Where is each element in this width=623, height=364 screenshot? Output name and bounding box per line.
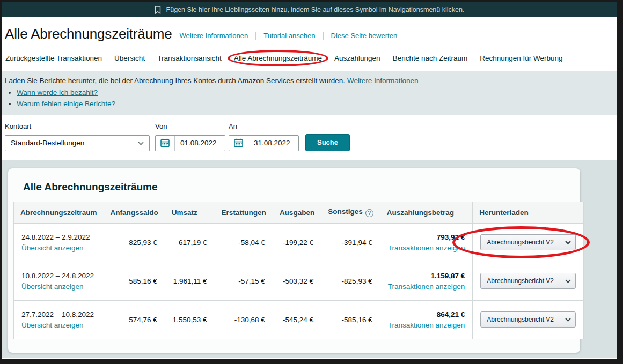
settlement-report-button[interactable]: Abrechnungsbericht V2 xyxy=(480,273,576,289)
intro-more-info-link[interactable]: Weitere Informationen xyxy=(347,77,419,85)
tab-all-settlement-periods[interactable]: Alle Abrechnungszeiträume xyxy=(234,54,322,62)
date-from-field: Von 01.08.2022 xyxy=(155,122,225,151)
date-from-label: Von xyxy=(155,122,225,130)
tab-transaction-view[interactable]: Transaktionsansicht xyxy=(157,54,222,62)
col-settlement-period: Abrechnungszeitraum xyxy=(14,202,104,223)
col-download: Herunterladen xyxy=(473,202,584,223)
sales-cell: 1.550,53 € xyxy=(165,300,215,339)
col-other-label: Sonstiges xyxy=(328,207,363,216)
search-button[interactable]: Suche xyxy=(305,134,350,151)
date-to-input[interactable]: 31.08.2022 xyxy=(248,136,298,151)
calendar-icon[interactable] xyxy=(156,136,175,151)
page-header: Alle Abrechnungszeiträume Weitere Inform… xyxy=(2,17,617,42)
link-separator xyxy=(255,32,256,40)
settlement-periods-table: Abrechnungszeitraum Anfangssaldo Umsatz … xyxy=(13,202,584,339)
date-from-group: 01.08.2022 xyxy=(155,135,225,151)
show-overview-link[interactable]: Übersicht anzeigen xyxy=(21,244,84,252)
payout-cell: 793,92 € Transaktionen anzeigen xyxy=(380,223,473,262)
col-other: Sonstiges? xyxy=(321,202,380,223)
missing-reports-link[interactable]: Warum fehlen einige Berichte? xyxy=(17,100,115,108)
col-sales: Umsatz xyxy=(165,202,215,223)
table-header-row: Abrechnungszeitraum Anfangssaldo Umsatz … xyxy=(14,202,584,223)
list-item: Warum fehlen einige Berichte? xyxy=(17,99,614,109)
expenses-cell: -545,24 € xyxy=(273,300,321,339)
tab-deferred-transactions[interactable]: Zurückgestellte Transaktionen xyxy=(5,54,102,62)
payout-amount: 864,21 € xyxy=(388,310,465,318)
refunds-cell: -58,04 € xyxy=(215,223,273,262)
bookmark-icon xyxy=(155,6,161,14)
show-overview-link[interactable]: Übersicht anzeigen xyxy=(21,321,84,329)
col-opening-balance: Anfangssaldo xyxy=(104,202,165,223)
sales-cell: 617,19 € xyxy=(165,223,215,262)
header-links: Weitere Informationen Tutorial ansehen D… xyxy=(180,32,398,40)
calendar-icon[interactable] xyxy=(229,136,248,151)
payout-cell: 1.159,87 € Transaktionen anzeigen xyxy=(380,262,473,300)
account-type-label: Kontoart xyxy=(5,122,150,130)
tab-payouts[interactable]: Auszahlungen xyxy=(334,54,380,62)
filter-bar: Kontoart Standard-Bestellungen Von xyxy=(2,115,617,160)
date-to-field: An 31.08.2022 xyxy=(229,122,299,151)
download-cell: Abrechnungsbericht V2 xyxy=(473,300,584,339)
chevron-down-icon[interactable] xyxy=(560,235,575,250)
refunds-cell: -130,68 € xyxy=(215,300,273,339)
page-title: Alle Abrechnungszeiträume xyxy=(5,26,172,42)
show-overview-link[interactable]: Übersicht anzeigen xyxy=(21,283,84,291)
opening-balance-cell: 585,16 € xyxy=(104,262,165,300)
settlement-report-button-label: Abrechnungsbericht V2 xyxy=(481,273,560,288)
table-row: 27.7.2022 – 10.8.2022 Übersicht anzeigen… xyxy=(14,300,584,339)
sales-cell: 1.961,11 € xyxy=(165,262,215,300)
col-payout-amount: Auszahlungsbetrag xyxy=(380,202,473,223)
chevron-down-icon[interactable] xyxy=(560,273,575,288)
table-row: 10.8.2022 – 24.8.2022 Übersicht anzeigen… xyxy=(14,262,584,300)
download-cell: Abrechnungsbericht V2 xyxy=(473,223,584,262)
settlement-periods-card: Alle Abrechnungszeiträume Abrechnungszei… xyxy=(8,168,580,353)
chevron-down-icon[interactable] xyxy=(560,312,575,327)
period-cell: 27.7.2022 – 10.8.2022 Übersicht anzeigen xyxy=(14,300,104,339)
date-from-input[interactable]: 01.08.2022 xyxy=(175,136,225,151)
refunds-cell: -57,15 € xyxy=(215,262,273,300)
account-type-value: Standard-Bestellungen xyxy=(11,139,84,147)
tab-reports-by-period[interactable]: Berichte nach Zeitraum xyxy=(393,54,468,62)
results-section: Alle Abrechnungszeiträume Abrechnungszei… xyxy=(2,160,617,358)
intro-section: Laden Sie Berichte herunter, die bei der… xyxy=(2,71,617,115)
when-paid-link[interactable]: Wann werde ich bezahlt? xyxy=(17,88,98,96)
tab-advertising-invoices[interactable]: Rechnungen für Werbung xyxy=(480,54,562,62)
banner-text: Fügen Sie hier Ihre Lieblingsseiten hinz… xyxy=(166,6,465,13)
settlement-report-button-label: Abrechnungsbericht V2 xyxy=(481,235,560,250)
rate-page-link[interactable]: Diese Seite bewerten xyxy=(331,32,398,40)
show-transactions-link[interactable]: Transaktionen anzeigen xyxy=(388,244,465,252)
favorites-banner: Fügen Sie hier Ihre Lieblingsseiten hinz… xyxy=(2,2,617,17)
help-icon[interactable]: ? xyxy=(365,209,373,217)
show-transactions-link[interactable]: Transaktionen anzeigen xyxy=(388,283,465,291)
date-to-group: 31.08.2022 xyxy=(229,135,299,151)
page-frame: Fügen Sie hier Ihre Lieblingsseiten hinz… xyxy=(2,2,617,359)
opening-balance-cell: 574,76 € xyxy=(104,300,165,339)
more-info-link[interactable]: Weitere Informationen xyxy=(180,32,248,40)
period-cell: 10.8.2022 – 24.8.2022 Übersicht anzeigen xyxy=(14,262,104,300)
period-cell: 24.8.2022 – 2.9.2022 Übersicht anzeigen xyxy=(14,223,104,262)
col-refunds: Erstattungen xyxy=(215,202,273,223)
col-expenses: Ausgaben xyxy=(273,202,321,223)
account-type-field: Kontoart Standard-Bestellungen xyxy=(5,122,150,151)
intro-text: Laden Sie Berichte herunter, die bei der… xyxy=(5,77,345,85)
tab-overview[interactable]: Übersicht xyxy=(114,54,145,62)
tab-all-settlement-periods-label: Alle Abrechnungszeiträume xyxy=(234,54,322,62)
period-range: 27.7.2022 – 10.8.2022 xyxy=(21,310,96,318)
other-cell: -585,16 € xyxy=(321,300,380,339)
period-range: 10.8.2022 – 24.8.2022 xyxy=(21,272,96,280)
download-cell: Abrechnungsbericht V2 xyxy=(473,262,584,300)
account-type-select[interactable]: Standard-Bestellungen xyxy=(5,135,150,151)
settlement-report-button[interactable]: Abrechnungsbericht V2 xyxy=(480,311,576,328)
payout-cell: 864,21 € Transaktionen anzeigen xyxy=(380,300,473,339)
intro-bullet-list: Wann werde ich bezahlt? Warum fehlen ein… xyxy=(17,87,614,109)
link-separator xyxy=(323,32,324,40)
expenses-cell: -199,22 € xyxy=(273,223,321,262)
card-title: Alle Abrechnungszeiträume xyxy=(23,181,575,193)
other-cell: -825,93 € xyxy=(321,262,380,300)
table-row: 24.8.2022 – 2.9.2022 Übersicht anzeigen … xyxy=(14,223,584,262)
settlement-report-button[interactable]: Abrechnungsbericht V2 xyxy=(480,234,576,250)
view-tutorial-link[interactable]: Tutorial ansehen xyxy=(263,32,315,40)
period-range: 24.8.2022 – 2.9.2022 xyxy=(21,233,96,241)
show-transactions-link[interactable]: Transaktionen anzeigen xyxy=(388,321,465,329)
date-to-label: An xyxy=(229,122,299,130)
